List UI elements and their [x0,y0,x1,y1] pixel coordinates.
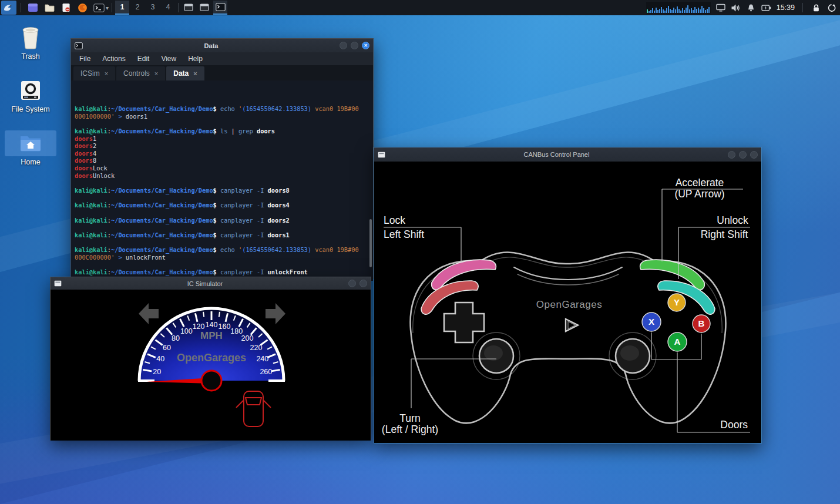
cpu-graph[interactable] [646,2,711,14]
desktop-icon-trash[interactable]: Trash [5,25,56,61]
canbus-titlebar[interactable]: CANBus Control Panel [374,147,761,162]
launcher-area: ▾ [0,1,109,15]
workspace-2[interactable]: 2 [130,1,145,15]
terminal-line [75,239,372,247]
svg-text:240: 240 [256,355,268,363]
terminal-line [75,224,372,231]
clock[interactable]: 15:39 [777,4,795,12]
folder-icon [45,4,55,12]
log-out-icon[interactable] [826,2,836,13]
launcher-dropdown-caret[interactable]: ▾ [106,5,109,11]
terminal-line [75,179,372,187]
window-title: Data [83,42,340,49]
volume-icon[interactable] [731,2,741,13]
minimize-button[interactable] [728,151,735,159]
terminal-line: doors2 [75,142,372,150]
right-stick-highlight [620,345,639,361]
taskbar-window-button[interactable] [182,1,196,15]
firefox-launcher[interactable] [75,1,90,15]
workspace-1[interactable]: 1 [115,1,129,15]
tab-close-icon[interactable]: × [193,70,197,77]
file-system-drive-icon [19,79,42,102]
text-editor-launcher[interactable] [58,1,73,15]
close-button[interactable] [750,151,758,159]
minimize-button[interactable] [340,42,347,49]
terminal-line [75,194,372,202]
tab-controls[interactable]: Controls × [116,66,165,80]
taskbar-window-button[interactable] [197,1,211,15]
icsim-window-icon [54,280,62,287]
label-right-shift: Right Shift [701,229,748,240]
terminal-titlebar[interactable]: Data ✕ [71,39,373,52]
tab-icsim[interactable]: ICSim × [73,66,115,80]
face-button-x-label: X [649,317,654,327]
menu-edit[interactable]: Edit [137,55,150,63]
terminal-launcher[interactable] [91,1,106,15]
desktop-icon-label: Home [5,158,56,166]
gauge-brand-label: OpenGarages [177,352,246,364]
canbus-brand-label: OpenGarages [536,299,602,310]
right-turn-signal-icon [266,303,285,324]
terminal-line: doorsUnlock [75,172,372,180]
desktop-icon-home[interactable]: Home [5,130,56,166]
lock-screen-icon[interactable] [811,2,821,13]
face-button-b-label: B [698,318,705,328]
minimize-button[interactable] [348,280,356,287]
tab-label: Data [173,69,189,78]
display-icon[interactable] [715,2,726,13]
tab-label: ICSim [80,69,100,78]
label-left-right: (Left / Right) [382,424,438,435]
terminal-output[interactable]: kali@kali:~/Documents/Car_Hacking/Demo$ … [71,80,373,281]
close-button[interactable]: ✕ [362,42,369,49]
terminal-line: kali@kali:~/Documents/Car_Hacking/Demo$ … [75,105,372,113]
notifications-bell-icon[interactable] [746,2,757,13]
terminal-line: doors8 [75,157,372,164]
right-bumper-bottom-teal[interactable] [658,281,715,314]
window-icon [184,4,193,11]
dpad[interactable] [444,303,484,342]
controller-illustration: OpenGarages Y X B A [374,162,761,443]
menu-view[interactable]: View [161,55,176,63]
terminal-tabbar: ICSim × Controls × Data × [71,65,373,80]
taskbar-terminal-button[interactable] [213,1,227,15]
maximize-button[interactable] [739,151,747,159]
terminal-window-icon [75,42,83,49]
canbus-window-icon [378,152,385,158]
kali-menu-button[interactable] [1,1,16,15]
svg-text:20: 20 [153,368,161,376]
top-panel: ▾ 1 2 3 4 [0,0,840,15]
kali-dragon-icon [3,2,15,13]
workspace-3[interactable]: 3 [146,1,160,15]
maximize-button[interactable] [351,42,358,49]
face-button-y-label: Y [674,297,680,307]
menu-file[interactable]: File [79,55,90,63]
svg-text:140: 140 [206,321,218,329]
terminal-scrollbar[interactable] [369,219,372,267]
label-unlock: Unlock [717,214,748,226]
menu-help[interactable]: Help [188,55,203,63]
terminal-line: doorsLock [75,164,372,172]
svg-text:40: 40 [156,355,164,363]
tab-close-icon[interactable]: × [105,70,108,77]
icsim-titlebar[interactable]: IC Simulator [51,277,371,290]
workspace-4[interactable]: 4 [161,1,175,15]
terminal-line: kali@kali:~/Documents/Car_Hacking/Demo$ … [75,268,372,276]
tab-data[interactable]: Data × [166,66,204,80]
separator [178,3,179,12]
terminal-line: 0001000000' > doors1 [75,113,372,120]
close-button[interactable] [359,280,367,287]
window-title: CANBus Control Panel [385,151,728,158]
tab-close-icon[interactable]: × [154,70,158,77]
svg-text:220: 220 [250,344,263,352]
power-manager-battery-icon[interactable] [761,2,772,13]
separator [112,3,112,12]
files-app-launcher[interactable] [25,1,41,15]
menu-actions[interactable]: Actions [102,55,125,63]
firefox-icon [78,3,88,13]
face-button-a-label: A [674,337,681,347]
svg-text:260: 260 [260,368,272,376]
file-manager-launcher[interactable] [42,1,57,15]
desktop-icon-file-system[interactable]: File System [5,78,56,113]
left-turn-signal-icon [139,303,159,324]
svg-text:200: 200 [241,334,254,342]
